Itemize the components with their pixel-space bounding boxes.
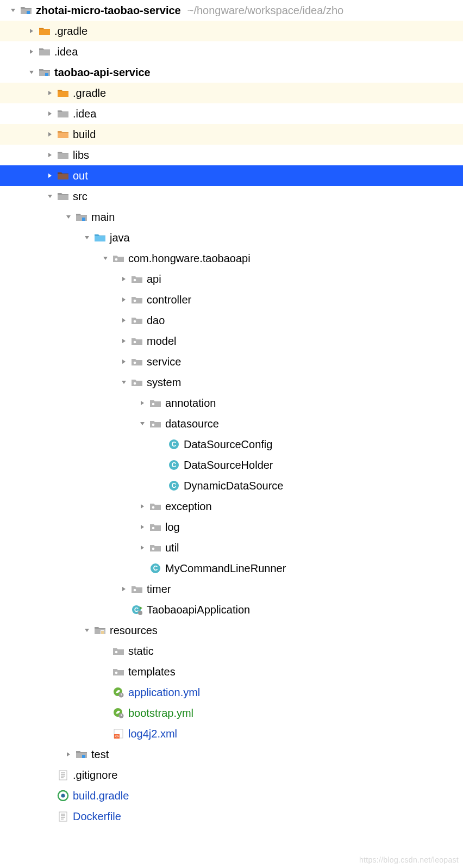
tree-row[interactable]: annotation xyxy=(0,393,463,413)
tree-row[interactable]: .gitignore xyxy=(0,765,463,785)
tree-item-label: build.gradle xyxy=(73,790,129,801)
chevron-right-icon[interactable] xyxy=(139,503,147,510)
svg-point-20 xyxy=(134,300,136,302)
tree-row[interactable]: bootstrap.yml xyxy=(0,703,463,723)
chevron-right-icon[interactable] xyxy=(121,276,128,282)
chevron-right-icon[interactable] xyxy=(139,544,147,551)
spring-boot-app-icon: C xyxy=(130,604,143,615)
tree-item-label: templates xyxy=(128,666,176,677)
tree-row[interactable]: Dockerfile xyxy=(0,806,463,827)
svg-rect-76 xyxy=(59,812,67,821)
svg-marker-53 xyxy=(85,629,89,632)
svg-marker-51 xyxy=(140,606,142,610)
svg-marker-67 xyxy=(67,752,70,757)
tree-row[interactable]: C MyCommandLineRunner xyxy=(0,558,463,579)
tree-row[interactable]: src xyxy=(0,186,463,207)
tree-row[interactable]: static xyxy=(0,641,463,661)
tree-row[interactable]: com.hongware.taobaoapi xyxy=(0,248,463,269)
tree-row[interactable]: .idea xyxy=(0,103,463,124)
folder-icon xyxy=(38,26,51,36)
tree-row[interactable]: model xyxy=(0,331,463,351)
tree-row[interactable]: service xyxy=(0,351,463,372)
text-file-icon xyxy=(57,811,70,822)
chevron-down-icon[interactable] xyxy=(28,69,36,76)
tree-row[interactable]: resources xyxy=(0,620,463,641)
chevron-right-icon[interactable] xyxy=(47,110,54,117)
module-folder-icon xyxy=(38,67,51,78)
tree-row[interactable]: <> log4j2.xml xyxy=(0,723,463,744)
chevron-right-icon[interactable] xyxy=(121,338,128,344)
chevron-down-icon[interactable] xyxy=(10,7,17,14)
tree-row[interactable]: test xyxy=(0,744,463,765)
chevron-down-icon[interactable] xyxy=(84,234,91,241)
chevron-right-icon[interactable] xyxy=(65,751,73,758)
tree-item-label: Dockerfile xyxy=(73,811,121,822)
svg-marker-25 xyxy=(122,359,126,364)
svg-marker-41 xyxy=(141,525,144,529)
package-icon xyxy=(130,377,143,388)
tree-row[interactable]: main xyxy=(0,207,463,227)
tree-row[interactable]: C DataSourceHolder xyxy=(0,455,463,475)
tree-row[interactable]: taobao-api-service xyxy=(0,62,463,83)
chevron-right-icon[interactable] xyxy=(47,90,54,96)
tree-row[interactable]: api xyxy=(0,269,463,289)
chevron-right-icon[interactable] xyxy=(121,358,128,365)
class-icon: C xyxy=(167,439,180,450)
tree-item-label: exception xyxy=(165,501,212,512)
svg-marker-12 xyxy=(66,215,71,219)
tree-row[interactable]: datasource xyxy=(0,413,463,434)
svg-marker-6 xyxy=(48,91,52,95)
tree-row[interactable]: C TaobaoapiApplication xyxy=(0,599,463,620)
tree-item-label: main xyxy=(91,212,115,222)
tree-row[interactable]: timer xyxy=(0,579,463,599)
chevron-down-icon[interactable] xyxy=(139,420,147,427)
svg-rect-69 xyxy=(59,771,67,780)
chevron-down-icon[interactable] xyxy=(65,214,73,220)
text-file-icon xyxy=(57,770,70,780)
package-icon xyxy=(130,274,143,284)
package-icon xyxy=(130,356,143,367)
tree-row[interactable]: .gradle xyxy=(0,83,463,103)
tree-row[interactable]: .gradle xyxy=(0,21,463,41)
tree-row[interactable]: templates xyxy=(0,661,463,682)
chevron-right-icon[interactable] xyxy=(47,172,54,179)
tree-row[interactable]: exception xyxy=(0,496,463,517)
tree-row[interactable]: dao xyxy=(0,310,463,331)
folder-icon xyxy=(38,46,51,57)
tree-row[interactable]: system xyxy=(0,372,463,393)
svg-marker-31 xyxy=(140,422,145,425)
tree-row[interactable]: java xyxy=(0,227,463,248)
tree-row[interactable]: zhotai-micro-taobao-service~/hongware/wo… xyxy=(0,0,463,21)
tree-row[interactable]: application.yml xyxy=(0,682,463,703)
package-icon xyxy=(130,315,143,326)
tree-row[interactable]: C DynamicDataSource xyxy=(0,475,463,496)
tree-row[interactable]: out xyxy=(0,165,463,186)
tree-row[interactable]: .idea xyxy=(0,41,463,62)
chevron-right-icon[interactable] xyxy=(28,28,36,34)
tree-item-label: DataSourceConfig xyxy=(184,439,272,450)
tree-row[interactable]: controller xyxy=(0,289,463,310)
tree-row[interactable]: libs xyxy=(0,145,463,165)
svg-marker-0 xyxy=(11,9,15,12)
chevron-right-icon[interactable] xyxy=(121,586,128,592)
chevron-right-icon[interactable] xyxy=(139,400,147,406)
tree-item-label: resources xyxy=(110,625,158,636)
chevron-right-icon[interactable] xyxy=(139,524,147,530)
package-icon xyxy=(149,542,162,553)
chevron-right-icon[interactable] xyxy=(28,48,36,55)
tree-row[interactable]: C DataSourceConfig xyxy=(0,434,463,455)
tree-row[interactable]: build xyxy=(0,124,463,145)
chevron-down-icon[interactable] xyxy=(102,255,110,262)
chevron-down-icon[interactable] xyxy=(121,379,128,386)
chevron-right-icon[interactable] xyxy=(47,131,54,138)
chevron-down-icon[interactable] xyxy=(47,193,54,200)
tree-row[interactable]: build.gradle xyxy=(0,785,463,806)
chevron-right-icon[interactable] xyxy=(121,296,128,303)
svg-marker-43 xyxy=(141,545,144,550)
tree-row[interactable]: util xyxy=(0,537,463,558)
chevron-right-icon[interactable] xyxy=(121,317,128,324)
chevron-right-icon[interactable] xyxy=(47,152,54,158)
svg-marker-29 xyxy=(141,401,144,405)
tree-row[interactable]: log xyxy=(0,517,463,537)
chevron-down-icon[interactable] xyxy=(84,627,91,634)
